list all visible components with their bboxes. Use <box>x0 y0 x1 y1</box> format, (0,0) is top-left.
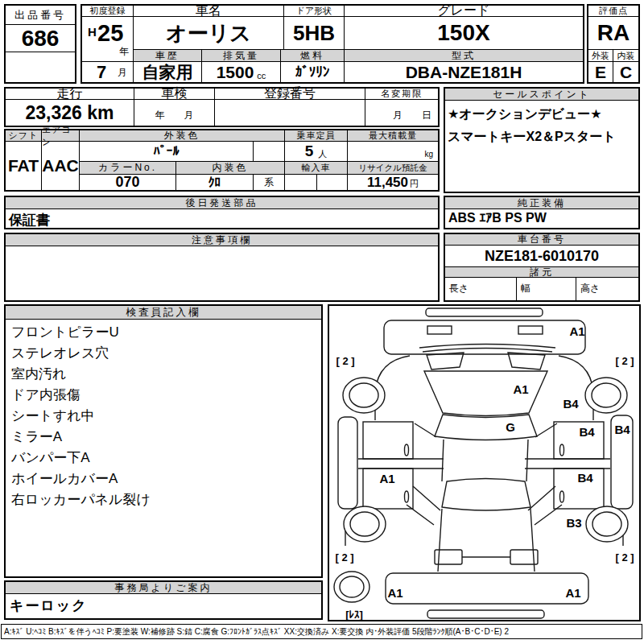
grade-label: グレード <box>345 6 583 17</box>
displacement-value-cell: 1500 cc <box>202 62 281 82</box>
import-car-cell-1 <box>285 175 317 190</box>
month-unit: 月 <box>118 66 127 80</box>
lot-number-label: 出品番号 <box>6 6 75 25</box>
door-handle <box>405 491 409 502</box>
inspector-notes-list: フロントピラーU ステレオレス穴 室内汚れ ドア内張傷 シートすれ中 ミラーA … <box>11 322 317 510</box>
model-code-value: DBA-NZE181H <box>345 62 583 82</box>
damage-label-right-sill: B4 <box>614 423 630 436</box>
grade-value: 150X <box>345 17 583 50</box>
inspector-notes-box: 検査員記入欄 フロントピラーU ステレオレス穴 室内汚れ ドア内張傷 シートすれ… <box>4 304 323 578</box>
inspector-note-item: 右ロッカーパネル裂け <box>11 489 317 510</box>
spec-width-label: 幅 <box>521 282 530 295</box>
damage-label-left-door: A1 <box>379 472 394 485</box>
door-handle <box>560 491 564 502</box>
rear-left-wheel-inner <box>350 512 379 536</box>
wheels <box>334 378 628 602</box>
capacity-label: 乗車定員 <box>285 130 348 142</box>
aircon-value: AAC <box>42 142 80 190</box>
max-load-label: 最大積載量 <box>348 130 438 142</box>
later-parts-box: 後日発送部品 保証書 <box>4 196 440 229</box>
later-parts-label: 後日発送部品 <box>6 197 438 209</box>
inspector-note-item: ステレオレス穴 <box>11 343 317 364</box>
b-pillar-left <box>358 459 444 469</box>
front-light-left <box>427 326 452 334</box>
cowl-panel-left <box>427 353 464 369</box>
front-top-bar <box>426 308 543 316</box>
office-info-label: 事務局よりご案内 <box>6 582 321 594</box>
inspector-note-item: ホイールカバーA <box>11 469 317 489</box>
cowl-panel-right <box>508 353 545 369</box>
inspector-note-item: フロントピラーU <box>11 322 317 343</box>
inspector-note-item: ドア内張傷 <box>11 385 317 406</box>
mileage-row-box: 走行 23,326 km 車検 年 月 登録番号 名変期限 月 日 <box>4 87 440 127</box>
interior-grade-label: 内装 <box>613 50 638 62</box>
name-change-deadline-label: 名変期限 <box>365 89 438 100</box>
hood <box>424 371 547 416</box>
first-registration-year-cell: H 25 年 <box>82 17 134 62</box>
registration-number-value <box>215 100 365 126</box>
equipment-value: ABS ｴｱB PS PW <box>448 211 547 225</box>
history-value: 自家用 <box>134 62 202 82</box>
windshield <box>435 415 537 440</box>
a-pillar-lines <box>415 423 557 437</box>
exterior-color-label: 外装色 <box>80 130 285 142</box>
auction-sheet: 出品番号 686 初度登録 H 25 年 7 月 車名 オーリス ドア形状 5H… <box>0 0 644 644</box>
quarter-lines-left <box>407 486 440 525</box>
capacity-value: 5 <box>305 142 314 160</box>
mileage-value: 23,326 km <box>6 100 134 126</box>
spare-tire-inner <box>340 576 364 597</box>
damage-label-right-quarter: B3 <box>566 516 581 530</box>
spare-tire-label: [ﾚｽ] <box>345 609 363 620</box>
cowl-line-2 <box>423 349 552 353</box>
damage-label-hood: A1 <box>513 382 528 396</box>
interior-color-label: 内装色 <box>176 162 285 175</box>
cowl-line-1 <box>419 345 555 349</box>
recycle-deposit-cell: 11,450 円 <box>348 175 438 190</box>
shift-color-box: シフト FAT エアコン AAC 外装色 ﾊﾟｰﾙ 乗車定員 5 人 最大積載量… <box>4 129 440 192</box>
damage-label-front-bumper: A1 <box>569 324 584 338</box>
interior-color-suffix: 系 <box>254 175 285 190</box>
score-value: RA <box>588 17 638 50</box>
shaken-label: 車検 <box>134 89 215 100</box>
quarter-lines-right <box>528 486 562 525</box>
sales-point-line2: スマートキーX2＆Pスタート <box>448 126 616 148</box>
registration-number-label: 登録番号 <box>215 89 365 100</box>
inspector-note-item: バンパー下A <box>11 448 317 469</box>
capacity-cell: 5 人 <box>285 142 348 162</box>
tire-label-rear-right: [ 2 ] <box>615 551 634 564</box>
door-shape-value: 5HB <box>284 17 345 50</box>
tire-label-front-left: [ 2 ] <box>336 355 354 367</box>
fuel-value: ｶﾞｿﾘﾝ <box>281 62 345 82</box>
inspector-notes-label: 検査員記入欄 <box>6 306 321 320</box>
later-parts-value: 保証書 <box>9 211 50 229</box>
first-registration-label: 初度登録 <box>82 6 134 17</box>
front-door-left <box>363 422 413 459</box>
specs-label: 諸元 <box>445 267 638 278</box>
damage-label-rear-bumper-left: A1 <box>387 586 402 600</box>
rear-bumper <box>386 573 588 604</box>
first-registration-year: 25 <box>97 20 123 47</box>
spec-height-cell: 高さ <box>576 278 638 300</box>
recycle-deposit-unit: 円 <box>410 178 419 190</box>
damage-label-rear-bumper-right: A1 <box>565 586 580 600</box>
door-handle <box>405 444 409 456</box>
era-letter: H <box>88 25 97 39</box>
office-info-value: キーロック <box>10 597 88 615</box>
rear-bottom-bar <box>427 610 544 618</box>
tire-label-rear-left: [ 2 ] <box>335 551 353 564</box>
exterior-color-sub-cell <box>254 142 285 162</box>
door-handle <box>560 444 564 456</box>
inspector-note-item: シートすれ中 <box>11 406 317 427</box>
exterior-color-value: ﾊﾟｰﾙ <box>80 142 254 162</box>
liftgate-sides <box>438 509 535 572</box>
lot-number-empty-cell <box>6 52 75 82</box>
sales-point-label: セールスポイント <box>445 89 638 101</box>
roof-side-lines <box>442 440 528 481</box>
recycle-deposit-label: リサイクル預託金 <box>348 162 438 175</box>
damage-label-right-rear-door: B4 <box>577 471 593 485</box>
lot-number-box: 出品番号 686 <box>4 4 76 84</box>
color-number-value: 070 <box>80 175 176 190</box>
legend-bar: A:ｷｽﾞ U:ﾍｺﾐ B:ｷｽﾞを伴うﾍｺﾐ P:要塗装 W:補修跡 S:錆 … <box>1 624 642 639</box>
displacement-unit: cc <box>257 71 266 80</box>
name-change-deadline-value: 月 日 <box>365 100 438 126</box>
